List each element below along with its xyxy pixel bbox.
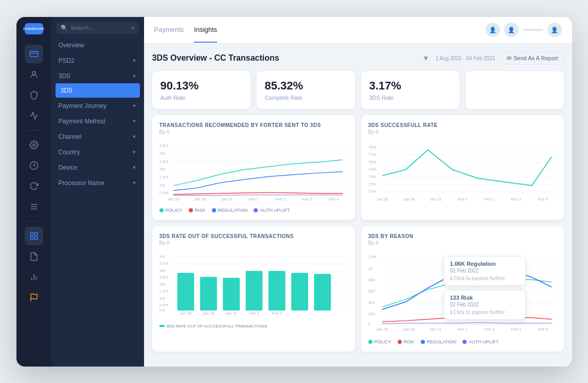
nav-item-country[interactable]: Country ▼ [51,145,144,159]
sidebar-icon-sliders[interactable] [25,197,43,216]
legend4-auth-uplift-dot [462,340,467,344]
chart4-subtitle: By # [368,240,557,246]
svg-text:Jan 29: Jan 29 [376,327,388,332]
chart1-subtitle: By # [159,129,348,135]
nav-item-payment-journey[interactable]: Payment Journey ▼ [51,99,144,113]
sidebar-icon-users[interactable] [25,65,43,84]
sidebar-icon-analytics[interactable] [25,268,43,286]
chart2-title: 3DS SUCCESSFULL RATE [368,122,557,128]
dashboard-header: 3DS Overview - CC Transactions ▼ 1 Aug 2… [152,52,564,65]
avatar-2: 👤 [504,23,519,37]
sidebar-icon-dashboard[interactable] [25,227,43,245]
svg-text:4%: 4% [159,254,165,259]
legend4-auth-uplift: AUTH UPLIFT [462,339,498,344]
svg-text:Feb 3: Feb 3 [302,196,312,201]
chart1-svg: 3.5% 3% 2.5% 2% 1.5% 1% 0.5% [159,140,348,202]
svg-text:2.5%: 2.5% [159,275,169,280]
svg-text:Feb 1: Feb 1 [457,327,468,332]
chart-transactions-recommended: TRANSACTIONS RECOMMENDED BY FORTER SENT … [152,115,355,220]
nav-search-input[interactable] [71,25,128,31]
send-report-button[interactable]: ✉ Send As A Report [501,52,563,65]
svg-text:Jan 30: Jan 30 [403,196,415,201]
sidebar-icon-chart[interactable] [25,106,43,125]
nav-item-overview[interactable]: Overview [51,38,144,52]
metric-auth-label: Auth Rate [161,95,242,101]
legend4-regulation-dot [421,340,425,344]
charts-row-2: 3DS RATE OUT OF SUCCESSFUL TRANSACTIONS … [152,226,564,352]
chart1-legend: POLICY RISK REGULATION AUTH UPLIFT [159,208,348,213]
sidebar-icon-payments[interactable] [25,45,43,63]
svg-text:75%: 75% [368,167,377,172]
tab-payments[interactable]: Payments [154,17,184,43]
svg-text:800: 800 [368,277,375,282]
svg-text:Jan 31: Jan 31 [430,196,441,201]
avatar-3: 👤 [547,23,562,37]
svg-text:73%: 73% [368,181,377,186]
nav-item-processor-name[interactable]: Processor Name ▼ [51,176,144,190]
nav-item-payment-method[interactable]: Payment Method ▼ [51,114,144,129]
svg-text:Jan 29: Jan 29 [376,196,388,201]
svg-text:78%: 78% [368,144,377,149]
svg-text:Feb 3: Feb 3 [511,327,521,332]
svg-rect-0 [30,51,38,57]
legend-risk: RISK [189,208,206,213]
bar-2 [200,277,217,310]
svg-text:0%: 0% [159,307,165,312]
dashboard-title: 3DS Overview - CC Transactions [152,53,279,63]
nav-item-3ds-active[interactable]: 3DS [56,83,140,98]
sidebar-icon-doc[interactable] [25,247,43,266]
sidebar-icon-refresh[interactable] [25,177,43,195]
svg-text:Jan 29: Jan 29 [180,311,191,315]
metric-card-3ds: 3.17% 3DS Rate [361,71,459,109]
chart4-title: 3DS BY REASON [368,233,557,239]
bar-5 [268,270,285,310]
psd2-chevron: ▼ [132,58,137,63]
sidebar-icon-clock[interactable] [25,156,43,175]
legend4-risk-dot [398,340,402,344]
legend4-policy-dot [368,340,372,344]
device-chevron: ▼ [132,165,137,170]
topbar: Payments Insights 👤 👤 👤 [144,17,572,44]
chart-3ds-by-reason: 3DS BY REASON By # 1.2K 1K 800 600 400 2… [361,226,564,352]
nav-item-psd2[interactable]: PSD2 ▼ [51,53,144,68]
nav-item-3ds[interactable]: 3DS ▼ [51,69,144,83]
metric-complete-label: Complete Rate [265,95,347,101]
nav-item-device[interactable]: Device ▼ [51,160,144,175]
chart3-legend: 3DS RATE OUT OF SUCCESSFULL TRANSACTIONS [159,324,348,329]
bar-4 [245,270,262,310]
svg-text:Feb 2: Feb 2 [484,196,494,201]
sidebar-icon-flag[interactable] [25,288,43,307]
svg-text:1.5%: 1.5% [159,289,169,294]
chart4-svg: 1.2K 1K 800 600 400 200 0 [368,251,557,333]
filter-icon[interactable]: ▼ [422,54,430,62]
3ds-chevron: ▼ [132,74,137,79]
svg-text:1%: 1% [159,296,165,300]
charts-row-1: TRANSACTIONS RECOMMENDED BY FORTER SENT … [152,115,564,220]
sidebar-icon-shield[interactable] [25,86,43,104]
metric-card-complete: 85.32% Complete Rate [257,71,355,109]
svg-text:Feb 2: Feb 2 [275,196,286,201]
chart3-title: 3DS RATE OUT OF SUCCESSFUL TRANSACTIONS [159,233,348,239]
svg-text:Jan 31: Jan 31 [430,327,441,332]
svg-text:3%: 3% [159,268,165,272]
bar-6 [291,272,308,310]
svg-rect-10 [34,236,37,239]
nav-search-clear[interactable]: ✕ [131,25,135,31]
svg-text:Feb 1: Feb 1 [248,196,259,201]
payment-journey-chevron: ▼ [132,103,137,108]
nav-item-channel[interactable]: Channel ▼ [51,130,144,144]
chart4-risk-dot [475,315,479,319]
chart4-legend: POLICY RISK REGULATION AUTH UPLIFT [368,339,557,344]
legend-auth-uplift-dot [254,208,258,212]
tab-insights[interactable]: Insights [194,17,217,43]
svg-text:Jan 30: Jan 30 [194,196,206,201]
svg-text:Feb 4: Feb 4 [329,196,339,201]
sidebar-icon-settings[interactable] [25,136,43,154]
chart-3ds-rate-successful: 3DS RATE OUT OF SUCCESSFUL TRANSACTIONS … [152,226,355,352]
svg-text:400: 400 [368,300,375,305]
legend-risk-dot [189,208,193,212]
svg-text:Feb 4: Feb 4 [538,327,548,332]
svg-text:3%: 3% [159,151,165,156]
chart3-subtitle: By # [159,240,348,246]
metric-card-auth: 90.13% Auth Rate [152,71,251,109]
